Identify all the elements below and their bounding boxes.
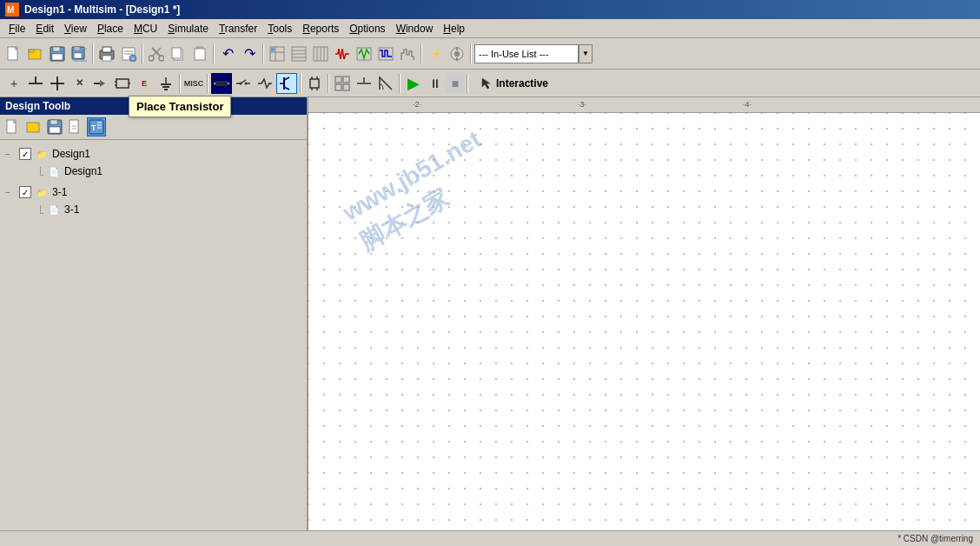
main-toolbar: + ↶ ↷ ⚡ --- In-Use List --- ▼ bbox=[0, 38, 980, 70]
waveform-btn[interactable] bbox=[332, 43, 353, 64]
redo-btn[interactable]: ↷ bbox=[239, 43, 260, 64]
svg-rect-6 bbox=[53, 47, 60, 51]
power-btn[interactable]: Ε bbox=[134, 73, 155, 94]
tree-area: − ✓ 📁 Design1 📄 Design1 − ✓ 📁 3-1 bbox=[0, 140, 307, 530]
svg-rect-85 bbox=[50, 120, 57, 124]
tree-31-group[interactable]: − ✓ 📁 3-1 bbox=[5, 183, 301, 201]
crossover-btn[interactable] bbox=[47, 73, 68, 94]
resistor-btn[interactable] bbox=[211, 73, 232, 94]
menu-tools[interactable]: Tools bbox=[262, 21, 297, 37]
menu-window[interactable]: Window bbox=[391, 21, 439, 37]
menu-file[interactable]: File bbox=[3, 21, 30, 37]
component-toolbar: + ✕ Ε MISC ▶ ⏸ ■ bbox=[0, 70, 980, 97]
tree-check-31[interactable]: ✓ bbox=[19, 186, 31, 198]
dot-grid[interactable]: www.jb51.net 脚本之家 bbox=[308, 113, 980, 530]
tree-expand-31item bbox=[26, 205, 40, 215]
save-all-btn[interactable] bbox=[69, 43, 89, 64]
svg-rect-86 bbox=[50, 127, 60, 133]
menu-mcu[interactable]: MCU bbox=[129, 21, 162, 37]
netsim-btn[interactable]: ⚡ bbox=[425, 43, 446, 64]
pause-btn[interactable]: ⏸ bbox=[425, 73, 446, 94]
save-file-btn[interactable] bbox=[47, 43, 68, 64]
subcircuit-btn[interactable] bbox=[112, 73, 133, 94]
misc-label-btn[interactable]: MISC bbox=[183, 73, 204, 94]
junction-btn[interactable] bbox=[25, 73, 46, 94]
status-text: * CSDN @timerring bbox=[897, 534, 973, 543]
sep4 bbox=[262, 44, 264, 63]
menu-transfer[interactable]: Transfer bbox=[214, 21, 262, 37]
oscilloscope-btn[interactable] bbox=[354, 43, 374, 64]
sep-comp4 bbox=[328, 74, 329, 93]
panel-new-btn[interactable] bbox=[3, 117, 23, 136]
tree-check-design1[interactable]: ✓ bbox=[19, 148, 31, 160]
title-text: Design1 - Multisim - [Design1 *] bbox=[24, 3, 180, 16]
main-area: Design Toolb T − ✓ 📁 bbox=[0, 97, 980, 530]
tree-icon-design1: 📁 bbox=[35, 147, 49, 161]
svg-rect-14 bbox=[103, 56, 111, 61]
svg-text:T: T bbox=[91, 123, 96, 132]
bus-btn[interactable]: ✕ bbox=[69, 73, 89, 94]
undo-btn[interactable]: ↶ bbox=[217, 43, 238, 64]
tree-design1-item[interactable]: 📄 Design1 bbox=[26, 163, 301, 180]
layout-btn[interactable] bbox=[332, 73, 353, 94]
ic-btn[interactable] bbox=[304, 73, 325, 94]
run-btn[interactable]: ▶ bbox=[403, 73, 424, 94]
settings2-btn[interactable] bbox=[447, 43, 467, 64]
stop-btn[interactable]: ■ bbox=[447, 75, 464, 92]
switch-btn[interactable] bbox=[233, 73, 254, 94]
print-btn[interactable] bbox=[96, 43, 117, 64]
svg-rect-49 bbox=[116, 79, 129, 88]
in-use-list-dropdown[interactable]: --- In-Use List --- bbox=[474, 44, 579, 63]
tree-31-item[interactable]: 📄 3-1 bbox=[26, 201, 301, 218]
in-use-list-arrow[interactable]: ▼ bbox=[579, 44, 593, 63]
menu-place[interactable]: Place bbox=[92, 21, 129, 37]
sep1 bbox=[92, 44, 94, 63]
menu-view[interactable]: View bbox=[59, 21, 92, 37]
print-preview-btn[interactable]: + bbox=[118, 43, 139, 64]
tree-design1-group[interactable]: − ✓ 📁 Design1 bbox=[5, 145, 301, 163]
copy-btn[interactable] bbox=[168, 43, 189, 64]
left-panel: Design Toolb T − ✓ 📁 bbox=[0, 97, 308, 530]
logic-analyzer-btn[interactable] bbox=[375, 43, 396, 64]
component-table-btn[interactable] bbox=[288, 43, 309, 64]
new-file-btn[interactable] bbox=[3, 43, 24, 64]
transistor-btn[interactable] bbox=[276, 73, 297, 94]
signal-source-btn[interactable] bbox=[255, 73, 275, 94]
panel-open-btn[interactable] bbox=[24, 117, 43, 136]
panel-cut-btn[interactable] bbox=[66, 117, 85, 136]
tree-line-31 bbox=[40, 205, 43, 214]
connector-btn[interactable] bbox=[90, 73, 111, 94]
paste-btn[interactable] bbox=[189, 43, 210, 64]
svg-rect-78 bbox=[335, 84, 341, 90]
bend-btn[interactable] bbox=[354, 73, 374, 94]
ground-btn[interactable] bbox=[156, 73, 176, 94]
menu-help[interactable]: Help bbox=[438, 21, 470, 37]
svg-rect-10 bbox=[74, 53, 82, 58]
panel-special-btn[interactable]: T bbox=[87, 117, 106, 136]
sep-interactive bbox=[467, 74, 468, 93]
tree-31-child: 📄 3-1 bbox=[26, 201, 301, 218]
cut-btn[interactable] bbox=[146, 43, 167, 64]
watermark: www.jb51.net 脚本之家 bbox=[336, 123, 504, 259]
svg-point-43 bbox=[454, 51, 460, 57]
wire-btn[interactable]: + bbox=[3, 73, 24, 94]
component-list-btn[interactable] bbox=[310, 43, 331, 64]
component-grid-btn[interactable] bbox=[267, 43, 288, 64]
sep-comp1 bbox=[179, 74, 181, 93]
menu-edit[interactable]: Edit bbox=[30, 21, 59, 37]
interactive-btn[interactable]: Interactive bbox=[471, 74, 556, 93]
sep-comp2 bbox=[207, 74, 209, 93]
svg-point-63 bbox=[240, 82, 242, 84]
canvas-area[interactable]: ·2· ·3· ·4· www.jb51.net 脚本之家 bbox=[308, 97, 980, 530]
spectrum-btn[interactable] bbox=[397, 43, 418, 64]
panel-save-btn[interactable] bbox=[45, 117, 64, 136]
tree-expand-d1item bbox=[26, 167, 40, 176]
menu-reports[interactable]: Reports bbox=[297, 21, 344, 37]
menu-simulate[interactable]: Simulate bbox=[162, 21, 214, 37]
tree-icon-31item: 📄 bbox=[47, 203, 61, 216]
menu-options[interactable]: Options bbox=[344, 21, 390, 37]
svg-rect-77 bbox=[343, 77, 349, 83]
angle-btn[interactable] bbox=[375, 73, 396, 94]
open-file-btn[interactable] bbox=[25, 43, 46, 64]
svg-rect-13 bbox=[103, 47, 111, 52]
